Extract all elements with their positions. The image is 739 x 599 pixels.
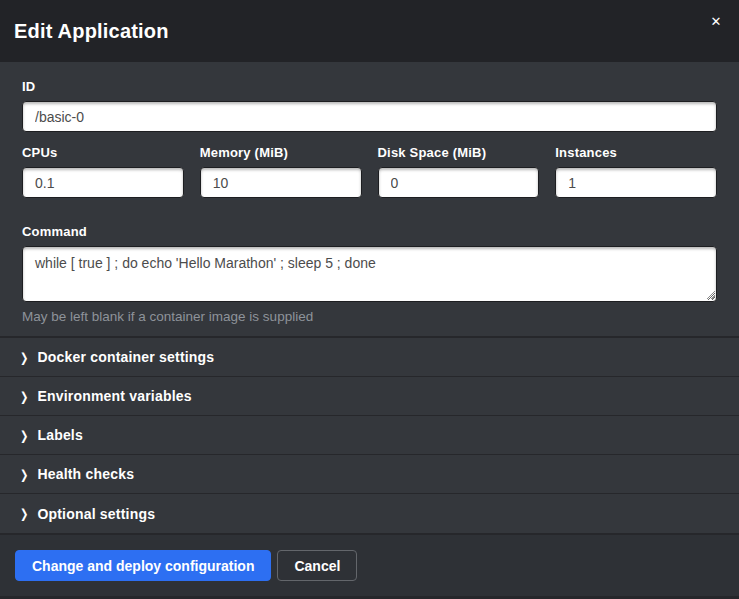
accordion-labels[interactable]: ❯ Labels xyxy=(0,416,739,455)
change-and-deploy-button[interactable]: Change and deploy configuration xyxy=(15,550,271,581)
command-textarea-wrap: while [ true ] ; do echo 'Hello Marathon… xyxy=(22,246,717,302)
id-label: ID xyxy=(22,79,717,94)
accordion-health-checks[interactable]: ❯ Health checks xyxy=(0,455,739,494)
cancel-button[interactable]: Cancel xyxy=(277,550,357,581)
accordion-label: Docker container settings xyxy=(37,349,214,365)
accordion-label: Labels xyxy=(37,427,83,443)
id-input[interactable] xyxy=(22,101,717,132)
disk-space-input[interactable] xyxy=(378,167,540,198)
cpus-field-group: CPUs xyxy=(22,145,184,198)
memory-input[interactable] xyxy=(200,167,362,198)
accordion-docker-container-settings[interactable]: ❯ Docker container settings xyxy=(0,338,739,377)
chevron-right-icon: ❯ xyxy=(20,350,28,364)
cpus-label: CPUs xyxy=(22,145,184,160)
accordion-label: Health checks xyxy=(37,466,134,482)
chevron-right-icon: ❯ xyxy=(20,467,28,481)
id-field-group: ID xyxy=(22,79,717,132)
chevron-right-icon: ❯ xyxy=(20,389,28,403)
modal-body: ID CPUs Memory (MiB) Disk Space (MiB) In xyxy=(0,62,739,533)
disk-space-field-group: Disk Space (MiB) xyxy=(378,145,540,198)
accordion-label: Optional settings xyxy=(37,506,155,522)
accordion-environment-variables[interactable]: ❯ Environment variables xyxy=(0,377,739,416)
chevron-right-icon: ❯ xyxy=(20,507,28,521)
close-icon[interactable]: ✕ xyxy=(707,13,725,31)
accordion-optional-settings[interactable]: ❯ Optional settings xyxy=(0,494,739,533)
instances-field-group: Instances xyxy=(555,145,717,198)
instances-input[interactable] xyxy=(555,167,717,198)
instances-label: Instances xyxy=(555,145,717,160)
modal-footer: Change and deploy configuration Cancel xyxy=(0,533,739,599)
memory-field-group: Memory (MiB) xyxy=(200,145,362,198)
disk-space-label: Disk Space (MiB) xyxy=(378,145,540,160)
cpus-input[interactable] xyxy=(22,167,184,198)
command-help-text: May be left blank if a container image i… xyxy=(22,309,717,324)
modal-header: Edit Application ✕ xyxy=(0,0,739,62)
resources-row: CPUs Memory (MiB) Disk Space (MiB) Insta… xyxy=(22,145,717,211)
command-label: Command xyxy=(22,224,717,239)
command-field-group: Command while [ true ] ; do echo 'Hello … xyxy=(22,224,717,324)
edit-application-modal: Edit Application ✕ ID CPUs Memory (MiB) … xyxy=(0,0,739,599)
memory-label: Memory (MiB) xyxy=(200,145,362,160)
accordion-label: Environment variables xyxy=(37,388,191,404)
chevron-right-icon: ❯ xyxy=(20,428,28,442)
application-form: ID CPUs Memory (MiB) Disk Space (MiB) In xyxy=(0,62,739,336)
command-textarea[interactable]: while [ true ] ; do echo 'Hello Marathon… xyxy=(22,246,717,302)
settings-accordion: ❯ Docker container settings ❯ Environmen… xyxy=(0,336,739,533)
modal-title: Edit Application xyxy=(14,20,169,43)
